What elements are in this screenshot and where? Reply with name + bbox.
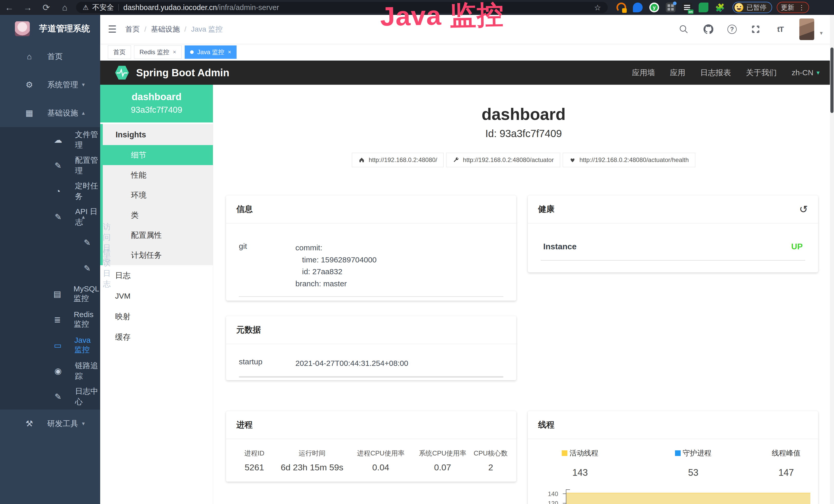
history-icon[interactable]: ↺ bbox=[799, 204, 808, 214]
address-bar[interactable]: ⚠ 不安全 dashboard.yudao.iocoder.cn/infra/a… bbox=[76, 2, 608, 13]
not-secure-label[interactable]: 不安全 bbox=[92, 3, 114, 12]
breadcrumb-home[interactable]: 首页 bbox=[125, 24, 140, 34]
sidebar-item-mysql-monitor[interactable]: ▤ MySQL 监控 bbox=[0, 281, 100, 307]
yellow-swatch bbox=[562, 450, 567, 456]
y-tick-120: 120 bbox=[528, 500, 558, 504]
threads-card: 线程 活动线程 守护进程 bbox=[528, 411, 818, 504]
menu-item-logs[interactable]: 日志 bbox=[100, 265, 213, 286]
sba-body: dashboard 93a3fc7f7409 Insights 细节 性能 环境… bbox=[100, 85, 834, 504]
system-cpu-value: 0.07 bbox=[412, 462, 473, 473]
sidebar-item-label: 文件管理 bbox=[75, 130, 100, 151]
menu-item-metrics[interactable]: 性能 bbox=[103, 165, 213, 185]
sidebar-item-label: API 日志 bbox=[75, 206, 100, 228]
sidebar-item-system-mgmt[interactable]: ⚙ 系统管理 ▾ bbox=[0, 71, 100, 99]
screen-icon: ▭ bbox=[53, 340, 62, 350]
extension-pin-icon[interactable] bbox=[633, 3, 643, 12]
process-table-header: 进程ID 运行时间 进程CPU使用率 系统CPU使用率 CPU核心数 bbox=[226, 449, 516, 458]
sidebar-item-home[interactable]: ⌂ 首页 bbox=[0, 42, 100, 71]
instance-id: 93a3fc7f7409 bbox=[103, 105, 211, 115]
hamburger-icon[interactable]: ☰ bbox=[108, 24, 117, 35]
metadata-card: 元数据 startup 2021-04-27T00:44:31.254+08:0… bbox=[226, 316, 516, 380]
health-url: http://192.168.0.2:48080/actuator/health bbox=[579, 156, 689, 164]
browser-reload-button[interactable]: ⟳ bbox=[37, 2, 56, 13]
sba-nav-applications[interactable]: 应用 bbox=[670, 68, 685, 78]
card-title: 进程 bbox=[226, 411, 516, 439]
sidebar-item-redis-monitor[interactable]: ≣ Redis 监控 bbox=[0, 307, 100, 333]
browser-menu-icon[interactable]: ⋮ bbox=[798, 6, 805, 9]
instance-name: dashboard bbox=[103, 91, 211, 102]
horizontal-scrollbar[interactable] bbox=[239, 376, 503, 378]
menu-item-environment[interactable]: 环境 bbox=[103, 185, 213, 205]
sidebar-item-config-mgmt[interactable]: ✎ 配置管理 bbox=[0, 153, 100, 179]
menu-item-jvm[interactable]: JVM bbox=[100, 286, 213, 306]
sidebar-item-dev-tools[interactable]: ⚒ 研发工具 ▾ bbox=[0, 410, 100, 438]
service-url-button[interactable]: http://192.168.0.2:48080/ bbox=[352, 153, 444, 167]
actuator-url: http://192.168.0.2:48080/actuator bbox=[463, 156, 554, 164]
fullscreen-icon[interactable] bbox=[750, 24, 761, 35]
browser-forward-button[interactable]: → bbox=[19, 3, 37, 13]
tick-mark bbox=[563, 494, 566, 494]
menu-item-mappings[interactable]: 映射 bbox=[100, 306, 213, 327]
sidebar-item-tracing[interactable]: ◉ 链路追踪 bbox=[0, 358, 100, 384]
breadcrumb-infrastructure[interactable]: 基础设施 bbox=[151, 24, 180, 34]
extension-grid-icon[interactable] bbox=[666, 3, 676, 12]
extension-colorzilla-icon[interactable] bbox=[616, 3, 626, 12]
extensions-puzzle-icon[interactable]: 🧩 bbox=[715, 3, 725, 12]
menu-item-classes[interactable]: 类 bbox=[103, 205, 213, 225]
sidebar-item-scheduled-jobs[interactable]: ◔ 定时任务 bbox=[0, 179, 100, 204]
profile-paused-button[interactable]: 已暂停 bbox=[732, 2, 772, 13]
browser-home-button[interactable]: ⌂ bbox=[56, 3, 74, 13]
log-edit-icon: ✎ bbox=[53, 392, 63, 402]
app-logo-block[interactable]: 芋道管理系统 bbox=[0, 15, 100, 42]
user-caret-icon[interactable]: ▾ bbox=[820, 30, 823, 37]
card-title: 健康 bbox=[538, 204, 554, 215]
extension-y-icon[interactable]: y bbox=[649, 3, 659, 12]
sba-nav-journal[interactable]: 日志报表 bbox=[700, 68, 731, 78]
menu-item-config-props[interactable]: 配置属性 bbox=[103, 225, 213, 245]
menu-item-details[interactable]: 细节 bbox=[103, 145, 213, 165]
sidebar-item-log-center[interactable]: ✎ 日志中心 bbox=[0, 384, 100, 410]
tag-java-monitor[interactable]: Java 监控 × bbox=[185, 45, 237, 59]
instance-header[interactable]: dashboard 93a3fc7f7409 bbox=[100, 85, 213, 122]
bookmark-star-icon[interactable]: ☆ bbox=[594, 3, 601, 12]
font-size-icon[interactable]: tT bbox=[775, 24, 786, 35]
user-avatar[interactable] bbox=[799, 19, 814, 40]
scrollbar-thumb[interactable] bbox=[830, 47, 833, 113]
page-scrollbar[interactable] bbox=[830, 15, 834, 504]
health-card: 健康 ↺ Instance UP bbox=[528, 196, 818, 272]
sidebar-item-file-mgmt[interactable]: ☁ 文件管理 bbox=[0, 127, 100, 153]
health-url-button[interactable]: http://192.168.0.2:48080/actuator/health bbox=[563, 153, 695, 167]
sba-nav-about[interactable]: 关于我们 bbox=[746, 68, 777, 78]
sidebar-item-label: 系统管理 bbox=[47, 79, 78, 90]
menu-item-caches[interactable]: 缓存 bbox=[100, 327, 213, 347]
tag-home[interactable]: 首页 bbox=[108, 45, 131, 59]
menu-item-scheduled-tasks[interactable]: 计划任务 bbox=[103, 245, 213, 265]
sidebar-item-infrastructure[interactable]: ▦ 基础设施 ▴ bbox=[0, 99, 100, 127]
url-text[interactable]: dashboard.yudao.iocoder.cn/infra/admin-s… bbox=[123, 3, 279, 12]
browser-back-button[interactable]: ← bbox=[0, 3, 19, 13]
daemon-threads-value: 53 bbox=[632, 467, 754, 478]
extension-leaf-icon[interactable] bbox=[699, 3, 708, 12]
help-icon[interactable]: ? bbox=[727, 25, 737, 34]
y-tick-140: 140 bbox=[528, 490, 558, 498]
close-icon[interactable]: × bbox=[228, 49, 231, 55]
close-icon[interactable]: × bbox=[173, 49, 176, 55]
search-icon[interactable] bbox=[678, 24, 689, 35]
sidebar-item-access-logs[interactable]: ✎ 访问日志 bbox=[0, 230, 100, 255]
sba-nav-wallboard[interactable]: 应用墙 bbox=[632, 68, 655, 78]
locale-selector[interactable]: zh-CN ▾ bbox=[792, 68, 820, 77]
sidebar-item-error-logs[interactable]: ✎ 错误日志 bbox=[0, 255, 100, 281]
browser-update-button[interactable]: 更新 ⋮ bbox=[777, 2, 809, 13]
sba-brand-title[interactable]: Spring Boot Admin bbox=[136, 67, 229, 78]
browser-chrome: ← → ⟳ ⌂ ⚠ 不安全 dashboard.yudao.iocoder.cn… bbox=[0, 0, 834, 15]
sidebar-item-api-logs[interactable]: ✎ API 日志 ▴ bbox=[0, 204, 100, 230]
threads-chart: 140 120 100 bbox=[528, 487, 818, 504]
extension-list-icon[interactable]: on bbox=[682, 3, 692, 12]
github-icon[interactable] bbox=[703, 24, 714, 35]
sidebar-item-java-monitor[interactable]: ▭ Java 监控 bbox=[0, 333, 100, 358]
actuator-url-button[interactable]: http://192.168.0.2:48080/actuator bbox=[446, 153, 560, 167]
locale-label: zh-CN bbox=[792, 68, 813, 77]
process-cpu-value: 0.04 bbox=[349, 462, 412, 473]
tag-redis-monitor[interactable]: Redis 监控 × bbox=[134, 45, 182, 59]
blue-swatch bbox=[675, 450, 681, 456]
